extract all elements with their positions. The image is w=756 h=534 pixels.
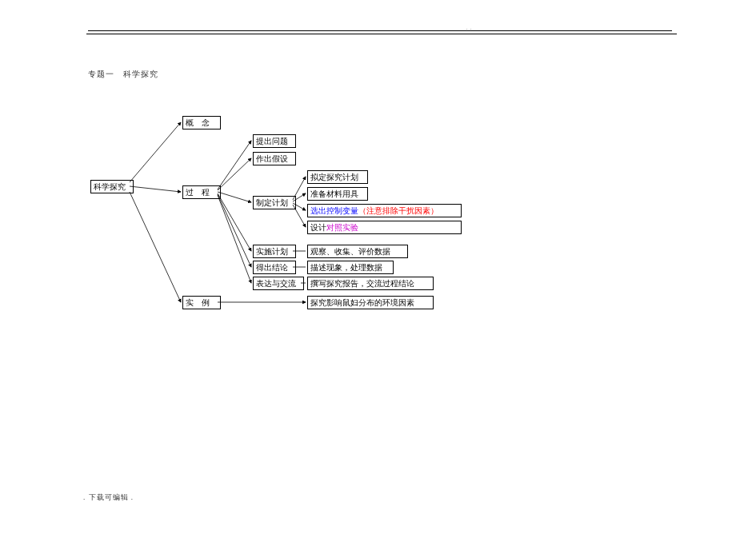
node-plan-draft: 拟定探究计划	[307, 170, 368, 184]
svg-line-6	[218, 193, 251, 251]
page: . . 专题一 科学探究 . 下载可编辑 . 科学探究 概 念 过 程 实 例 …	[0, 0, 756, 534]
design-text-black: 设计	[310, 223, 326, 232]
node-example-detail: 探究影响鼠妇分布的环境因素	[307, 296, 434, 309]
node-communicate: 表达与交流	[253, 277, 304, 290]
node-concept: 概 念	[182, 116, 221, 130]
svg-line-0	[130, 122, 181, 182]
node-plan-materials: 准备材料用具	[307, 187, 368, 201]
node-plan-variable: 选出控制变量（注意排除干扰因素）	[307, 204, 462, 217]
variable-text-blue: 选出控制变量	[310, 206, 358, 215]
design-text-magenta: 对照实验	[326, 223, 358, 232]
node-question: 提出问题	[253, 134, 296, 148]
node-communicate-detail: 撰写探究报告，交流过程结论	[307, 277, 434, 290]
node-root: 科学探究	[90, 180, 134, 193]
svg-line-1	[130, 186, 181, 192]
node-process: 过 程	[182, 185, 221, 199]
page-footer: . 下载可编辑 .	[83, 492, 134, 503]
svg-line-5	[218, 192, 251, 202]
node-plan: 制定计划	[253, 196, 296, 209]
svg-line-3	[218, 141, 251, 189]
svg-line-4	[218, 158, 251, 190]
svg-line-2	[130, 192, 181, 302]
header-rule-2	[86, 34, 677, 34]
variable-text-red: （注意排除干扰因素）	[358, 206, 438, 215]
node-hypothesis: 作出假设	[253, 152, 296, 165]
svg-line-8	[218, 195, 251, 283]
svg-line-7	[218, 194, 251, 267]
node-plan-design: 设计对照实验	[307, 221, 462, 234]
node-implement: 实施计划	[253, 245, 296, 258]
node-conclude-detail: 描述现象，处理数据	[307, 261, 394, 274]
node-conclude: 得出结论	[253, 261, 296, 274]
node-example: 实 例	[182, 296, 221, 309]
header-dots: . .	[466, 26, 473, 30]
node-implement-detail: 观察、收集、评价数据	[307, 245, 408, 258]
header-rule-1	[88, 30, 672, 31]
page-title: 专题一 科学探究	[88, 69, 158, 80]
